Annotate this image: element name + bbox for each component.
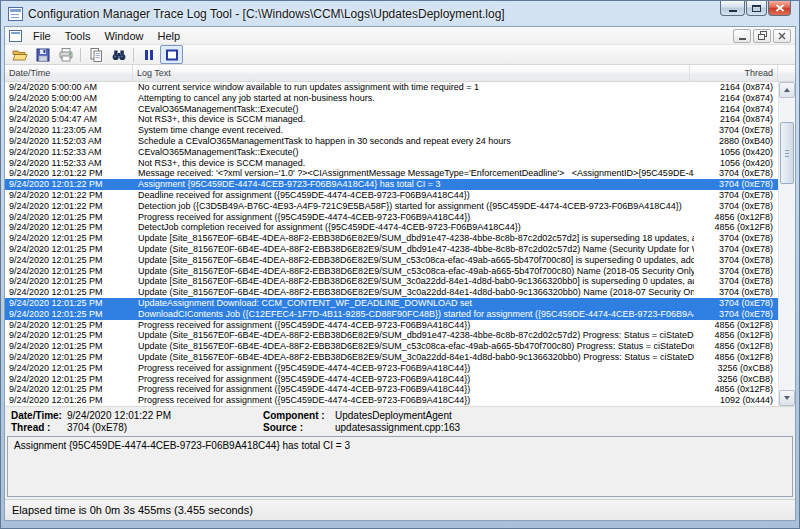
maximize-button[interactable] (746, 1, 767, 16)
log-row[interactable]: 9/24/2020 12:01:22 PM Detection job ({C3… (5, 201, 778, 212)
log-row-text: Update (Site_81567E0F-6B4E-4DEA-88F2-EBB… (133, 287, 694, 298)
log-row-thread: 3704 (0xE78) (694, 168, 778, 179)
log-row[interactable]: 9/24/2020 12:01:25 PM Progress received … (5, 363, 778, 374)
log-row[interactable]: 9/24/2020 12:01:22 PM Deadline received … (5, 190, 778, 201)
log-row[interactable]: 9/24/2020 12:01:25 PM Update (Site_81567… (5, 287, 778, 298)
log-row-thread: 3256 (0xCB8) (694, 363, 778, 374)
log-row[interactable]: 9/24/2020 12:01:25 PM Progress received … (5, 384, 778, 395)
menu-item-window[interactable]: Window (97, 28, 150, 44)
log-row[interactable]: 9/24/2020 5:04:47 AM CEvalO365Management… (5, 104, 778, 115)
log-row-datetime: 9/24/2020 5:04:47 AM (5, 104, 133, 115)
vertical-scrollbar[interactable] (778, 82, 795, 406)
log-row-datetime: 9/24/2020 12:01:22 PM (5, 168, 133, 179)
log-row-thread: 4856 (0x12F8) (694, 222, 778, 233)
mdi-minimize-button[interactable] (733, 29, 751, 43)
log-row-thread: 3704 (0xE78) (694, 244, 778, 255)
log-row[interactable]: 9/24/2020 12:01:25 PM DetectJob completi… (5, 222, 778, 233)
log-row[interactable]: 9/24/2020 11:52:33 AM CEvalO365Managemen… (5, 147, 778, 158)
log-row-datetime: 9/24/2020 12:01:25 PM (5, 276, 133, 287)
titlebar: Configuration Manager Trace Log Tool - [… (1, 1, 799, 25)
column-header-thread[interactable]: Thread (690, 65, 778, 81)
scroll-up-button[interactable] (779, 82, 795, 98)
detail-thread-value: 3704 (0xE78) (67, 422, 263, 434)
log-row[interactable]: 9/24/2020 11:23:05 AM System time change… (5, 125, 778, 136)
detail-source-value: updatesassignment.cpp:163 (335, 422, 789, 434)
log-row[interactable]: 9/24/2020 12:01:26 PM Progress received … (5, 395, 778, 406)
log-row-thread: 4856 (0x12F8) (694, 341, 778, 352)
menu-item-file[interactable]: File (26, 28, 58, 44)
pause-button[interactable] (137, 45, 160, 64)
log-row[interactable]: 9/24/2020 12:01:25 PM Update (Site_81567… (5, 266, 778, 277)
open-file-button[interactable] (8, 45, 31, 64)
mdi-close-button[interactable] (773, 29, 791, 43)
detail-source-label: Source : (263, 422, 335, 434)
log-row[interactable]: 9/24/2020 5:04:47 AM Not RS3+, this devi… (5, 114, 778, 125)
open-file-icon (12, 47, 28, 63)
log-row[interactable]: 9/24/2020 12:01:22 PM Assignment {95C459… (5, 179, 778, 190)
log-row[interactable]: 9/24/2020 12:01:25 PM Progress received … (5, 212, 778, 223)
log-row-text: Update (Site_81567E0F-6B4E-4DEA-88F2-EBB… (133, 330, 694, 341)
log-row-datetime: 9/24/2020 12:01:26 PM (5, 395, 133, 406)
log-row-datetime: 9/24/2020 12:01:25 PM (5, 222, 133, 233)
log-row[interactable]: 9/24/2020 12:01:25 PM Update [Site_81567… (5, 255, 778, 266)
log-row-thread: 2164 (0x874) (694, 104, 778, 115)
scroll-down-button[interactable] (779, 390, 795, 406)
log-row[interactable]: 9/24/2020 5:00:00 AM Attempting to cance… (5, 93, 778, 104)
log-row-text: Progress received for assignment ({95C45… (133, 320, 694, 331)
log-row[interactable]: 9/24/2020 5:00:00 AM No current service … (5, 82, 778, 93)
log-row-thread: 4856 (0x12F8) (694, 212, 778, 223)
log-row-text: Not RS3+, this device is SCCM managed. (133, 158, 694, 169)
caption-buttons (719, 1, 791, 16)
copy-icon (88, 47, 104, 63)
log-row-text: Update [Site_81567E0F-6B4E-4DEA-88F2-EBB… (133, 276, 694, 287)
column-header-logtext[interactable]: Log Text (133, 65, 690, 81)
log-row-thread: 2880 (0xB40) (694, 136, 778, 147)
highlight-button[interactable] (160, 45, 183, 64)
scroll-track[interactable] (779, 98, 795, 390)
log-row-thread: 1056 (0x420) (694, 158, 778, 169)
log-row-datetime: 9/24/2020 12:01:22 PM (5, 190, 133, 201)
log-row-datetime: 9/24/2020 11:23:05 AM (5, 125, 133, 136)
find-button[interactable] (107, 45, 130, 64)
log-row-text: DetectJob completion received for assign… (133, 222, 694, 233)
minimize-button[interactable] (720, 1, 745, 16)
toolbar (5, 45, 795, 65)
log-row-text: Progress received for assignment ({95C45… (133, 363, 694, 374)
print-icon (58, 47, 74, 63)
log-row-thread: 3704 (0xE78) (694, 309, 778, 320)
log-row-text: Not RS3+, this device is SCCM managed. (133, 114, 694, 125)
scroll-thumb[interactable] (780, 122, 794, 184)
log-row-text: Update (Site_81567E0F-6B4E-4DEA-88F2-EBB… (133, 244, 694, 255)
column-header-datetime[interactable]: Date/Time (5, 65, 133, 81)
pause-icon (141, 47, 157, 63)
log-row-text: Schedule a CEvalO365ManagementTask to ha… (133, 136, 694, 147)
log-row[interactable]: 9/24/2020 12:01:25 PM Progress received … (5, 374, 778, 385)
log-row-datetime: 9/24/2020 12:01:25 PM (5, 330, 133, 341)
log-row[interactable]: 9/24/2020 12:01:25 PM Update (Site_81567… (5, 341, 778, 352)
copy-button[interactable] (84, 45, 107, 64)
client-area: File Tools Window Help (4, 26, 796, 521)
log-row[interactable]: 9/24/2020 12:01:25 PM UpdateAssignment D… (5, 298, 778, 309)
detail-text-box[interactable]: Assignment {95C459DE-4474-4CEB-9723-F06B… (7, 436, 793, 497)
log-row-datetime: 9/24/2020 12:01:25 PM (5, 341, 133, 352)
column-header-filler (778, 65, 795, 81)
menu-item-help[interactable]: Help (151, 28, 188, 44)
log-row-datetime: 9/24/2020 12:01:25 PM (5, 309, 133, 320)
log-row[interactable]: 9/24/2020 12:01:22 PM Message received: … (5, 168, 778, 179)
log-row[interactable]: 9/24/2020 12:01:25 PM Update [Site_81567… (5, 276, 778, 287)
log-row[interactable]: 9/24/2020 12:01:25 PM Update [Site_81567… (5, 233, 778, 244)
save-button[interactable] (31, 45, 54, 64)
log-row[interactable]: 9/24/2020 12:01:25 PM Update (Site_81567… (5, 330, 778, 341)
log-row-datetime: 9/24/2020 5:00:00 AM (5, 93, 133, 104)
print-button[interactable] (54, 45, 77, 64)
mdi-restore-button[interactable] (753, 29, 771, 43)
close-button[interactable] (768, 1, 791, 16)
log-row[interactable]: 9/24/2020 12:01:25 PM DownloadCIContents… (5, 309, 778, 320)
log-row[interactable]: 9/24/2020 12:01:25 PM Update (Site_81567… (5, 244, 778, 255)
log-row[interactable]: 9/24/2020 11:52:03 AM Schedule a CEvalO3… (5, 136, 778, 147)
log-row[interactable]: 9/24/2020 12:01:25 PM Update (Site_81567… (5, 352, 778, 363)
log-row[interactable]: 9/24/2020 11:52:33 AM Not RS3+, this dev… (5, 158, 778, 169)
save-icon (35, 47, 51, 63)
menu-item-tools[interactable]: Tools (58, 28, 98, 44)
log-row[interactable]: 9/24/2020 12:01:25 PM Progress received … (5, 320, 778, 331)
